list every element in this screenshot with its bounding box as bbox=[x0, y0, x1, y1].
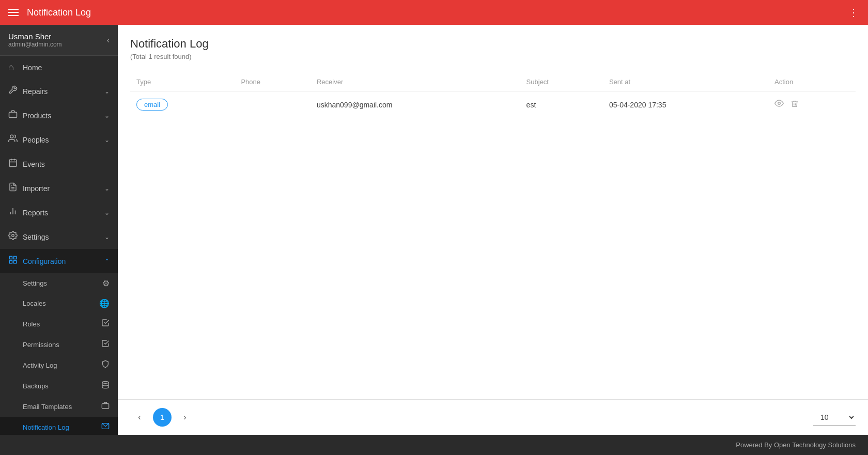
cell-receiver: uskhan099@gmail.com bbox=[311, 91, 520, 118]
pagination-page-1[interactable]: 1 bbox=[153, 408, 172, 427]
topbar-left: Notification Log bbox=[8, 7, 91, 18]
pagination-bar: ‹ 1 › 10 25 50 100 bbox=[118, 399, 868, 435]
importer-chevron-icon: ⌄ bbox=[104, 185, 110, 192]
sidebar-item-events[interactable]: Events bbox=[0, 152, 118, 176]
col-receiver: Receiver bbox=[311, 73, 520, 91]
config-email-templates-icon bbox=[101, 401, 110, 412]
nav-label-configuration: Configuration bbox=[23, 257, 104, 265]
importer-icon bbox=[8, 182, 23, 194]
footer: Powered By Open Technology Solutions bbox=[0, 435, 868, 455]
config-notification-log-icon bbox=[101, 422, 110, 432]
config-settings-icon: ⚙ bbox=[102, 278, 110, 288]
col-subject: Subject bbox=[520, 73, 603, 91]
config-locales-label: Locales bbox=[23, 300, 99, 307]
delete-action-button[interactable] bbox=[791, 101, 799, 109]
peoples-icon bbox=[8, 134, 23, 146]
cell-subject: est bbox=[520, 91, 603, 118]
sidebar-user-info: Usman Sher admin@admin.com bbox=[8, 32, 62, 48]
nav-label-products: Products bbox=[23, 112, 104, 120]
config-backups-icon bbox=[101, 381, 110, 391]
sidebar-item-config-backups[interactable]: Backups bbox=[0, 375, 118, 396]
page-subtitle: (Total 1 result found) bbox=[130, 53, 856, 60]
col-action: Action bbox=[768, 73, 856, 91]
products-chevron-icon: ⌄ bbox=[104, 112, 110, 119]
content-main: Notification Log (Total 1 result found) … bbox=[118, 25, 868, 399]
svg-point-16 bbox=[102, 381, 109, 383]
nav-label-reports: Reports bbox=[23, 209, 104, 217]
per-page-select[interactable]: 10 25 50 100 bbox=[813, 410, 856, 426]
sidebar-username: Usman Sher bbox=[8, 32, 62, 41]
col-sent-at: Sent at bbox=[603, 73, 768, 91]
svg-point-1 bbox=[10, 135, 13, 138]
pagination-prev-button[interactable]: ‹ bbox=[130, 408, 149, 427]
configuration-icon bbox=[8, 255, 23, 267]
sidebar-email: admin@admin.com bbox=[8, 41, 62, 48]
sidebar-item-config-settings[interactable]: Settings ⚙ bbox=[0, 273, 118, 293]
nav-label-events: Events bbox=[23, 160, 110, 168]
col-type: Type bbox=[130, 73, 235, 91]
more-options-button[interactable]: ⋮ bbox=[848, 6, 860, 19]
sidebar-item-config-roles[interactable]: Roles bbox=[0, 313, 118, 334]
cell-type: email bbox=[130, 91, 235, 118]
sidebar-item-importer[interactable]: Importer ⌄ bbox=[0, 176, 118, 200]
settings-chevron-icon: ⌄ bbox=[104, 233, 110, 241]
sidebar-item-home[interactable]: ⌂ Home bbox=[0, 56, 118, 79]
sidebar-collapse-icon[interactable]: ‹ bbox=[107, 36, 110, 45]
content-card: Notification Log (Total 1 result found) … bbox=[118, 25, 868, 131]
config-backups-label: Backups bbox=[23, 382, 101, 390]
sidebar-item-config-email-templates[interactable]: Email Templates bbox=[0, 396, 118, 417]
svg-rect-17 bbox=[102, 404, 109, 409]
nav-label-importer: Importer bbox=[23, 184, 104, 193]
nav-label-home: Home bbox=[23, 64, 110, 72]
config-roles-label: Roles bbox=[23, 320, 101, 328]
footer-text: Powered By Open Technology Solutions bbox=[736, 441, 856, 449]
sidebar-item-reports[interactable]: Reports ⌄ bbox=[0, 200, 118, 225]
svg-rect-13 bbox=[14, 256, 17, 259]
events-icon bbox=[8, 158, 23, 170]
config-activity-log-icon bbox=[101, 360, 110, 370]
sidebar-item-config-locales[interactable]: Locales 🌐 bbox=[0, 293, 118, 313]
config-settings-label: Settings bbox=[23, 279, 102, 287]
nav-label-peoples: Peoples bbox=[23, 136, 104, 144]
svg-rect-12 bbox=[9, 256, 12, 259]
content-area: Notification Log (Total 1 result found) … bbox=[118, 25, 868, 435]
config-permissions-label: Permissions bbox=[23, 341, 101, 349]
svg-rect-14 bbox=[9, 261, 12, 263]
reports-icon bbox=[8, 207, 23, 218]
hamburger-icon[interactable] bbox=[8, 9, 19, 16]
sidebar-user: Usman Sher admin@admin.com ‹ bbox=[0, 25, 118, 56]
view-action-button[interactable] bbox=[774, 100, 786, 110]
configuration-chevron-icon: ⌃ bbox=[104, 258, 110, 265]
config-email-templates-label: Email Templates bbox=[23, 403, 101, 411]
sidebar-item-configuration[interactable]: Configuration ⌃ bbox=[0, 249, 118, 273]
sidebar-item-config-notification-log[interactable]: Notification Log bbox=[0, 417, 118, 435]
page-title: Notification Log bbox=[130, 37, 856, 51]
config-activity-log-label: Activity Log bbox=[23, 362, 101, 369]
sidebar-item-peoples[interactable]: Peoples ⌄ bbox=[0, 128, 118, 152]
notification-log-table: Type Phone Receiver Subject Sent at Acti… bbox=[130, 73, 856, 118]
reports-chevron-icon: ⌄ bbox=[104, 209, 110, 216]
sidebar-item-config-activity-log[interactable]: Activity Log bbox=[0, 355, 118, 375]
repairs-chevron-icon: ⌄ bbox=[104, 88, 110, 95]
nav-label-settings: Settings bbox=[23, 233, 104, 241]
repairs-icon bbox=[8, 85, 23, 97]
sidebar-item-repairs[interactable]: Repairs ⌄ bbox=[0, 79, 118, 103]
sidebar-item-products[interactable]: Products ⌄ bbox=[0, 103, 118, 128]
svg-rect-2 bbox=[9, 160, 17, 167]
cell-sent-at: 05-04-2020 17:35 bbox=[603, 91, 768, 118]
config-permissions-icon bbox=[101, 339, 110, 350]
config-notification-log-label: Notification Log bbox=[23, 423, 101, 431]
sidebar-item-settings[interactable]: Settings ⌄ bbox=[0, 225, 118, 249]
svg-rect-15 bbox=[14, 261, 17, 263]
products-icon bbox=[8, 109, 23, 121]
sidebar: Usman Sher admin@admin.com ‹ ⌂ Home Repa… bbox=[0, 25, 118, 435]
settings-icon bbox=[8, 231, 23, 243]
home-icon: ⌂ bbox=[8, 62, 23, 73]
pagination-next-button[interactable]: › bbox=[176, 408, 194, 427]
table-row: email uskhan099@gmail.com est 05-04-2020… bbox=[130, 91, 856, 118]
topbar: Notification Log ⋮ bbox=[0, 0, 868, 25]
sidebar-item-config-permissions[interactable]: Permissions bbox=[0, 334, 118, 355]
col-phone: Phone bbox=[235, 73, 311, 91]
peoples-chevron-icon: ⌄ bbox=[104, 136, 110, 144]
nav-label-repairs: Repairs bbox=[23, 87, 104, 96]
